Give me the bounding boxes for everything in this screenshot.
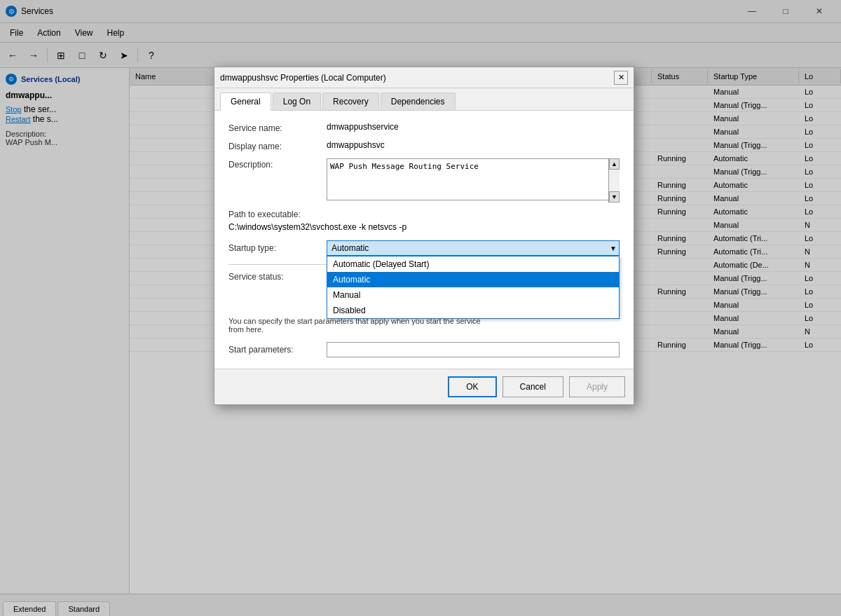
option-automatic-delayed[interactable]: Automatic (Delayed Start) xyxy=(327,256,619,272)
display-name-label: Display name: xyxy=(228,140,327,151)
display-name-value: dmwappushsvc xyxy=(327,140,385,150)
startup-row: Startup type: Automatic ▼ Automatic (Del… xyxy=(228,240,620,256)
cancel-button[interactable]: Cancel xyxy=(502,376,563,397)
tab-general[interactable]: General xyxy=(220,93,271,111)
startup-selected-value: Automatic xyxy=(331,243,369,253)
ok-button[interactable]: OK xyxy=(448,376,496,397)
description-container: ▲ ▼ xyxy=(327,158,620,203)
modal-overlay: dmwappushsvc Properties (Local Computer)… xyxy=(0,0,841,616)
tab-dependencies[interactable]: Dependencies xyxy=(381,93,456,110)
modal-footer: OK Cancel Apply xyxy=(214,369,634,404)
modal-close-button[interactable]: ✕ xyxy=(614,71,628,85)
startup-dropdown-list: Automatic (Delayed Start) Automatic Manu… xyxy=(327,256,620,319)
start-params-input[interactable] xyxy=(327,342,620,357)
option-disabled[interactable]: Disabled xyxy=(327,303,619,318)
path-value: C:\windows\system32\svchost.exe -k netsv… xyxy=(228,222,620,232)
dropdown-arrow-icon: ▼ xyxy=(610,245,617,252)
option-automatic[interactable]: Automatic xyxy=(327,272,619,287)
properties-dialog: dmwappushsvc Properties (Local Computer)… xyxy=(214,67,634,405)
description-scrollbar: ▲ ▼ xyxy=(608,158,620,203)
scroll-down-arrow[interactable]: ▼ xyxy=(609,191,620,203)
modal-title: dmwappushsvc Properties (Local Computer) xyxy=(220,73,614,83)
apply-button[interactable]: Apply xyxy=(569,376,625,397)
startup-label: Startup type: xyxy=(228,243,327,253)
modal-title-bar: dmwappushsvc Properties (Local Computer)… xyxy=(214,67,634,88)
description-textarea[interactable] xyxy=(327,158,620,200)
path-label: Path to executable: xyxy=(228,210,620,219)
hint-text: You can specify the start parameters tha… xyxy=(228,317,620,334)
service-name-row: Service name: dmwappushservice xyxy=(228,122,620,133)
service-name-value: dmwappushservice xyxy=(327,122,399,132)
startup-dropdown-container: Automatic ▼ Automatic (Delayed Start) Au… xyxy=(327,240,620,256)
start-params-row: Start parameters: xyxy=(228,342,620,357)
description-row: Description: ▲ ▼ xyxy=(228,158,620,203)
start-params-label: Start parameters: xyxy=(228,345,327,355)
scroll-up-arrow[interactable]: ▲ xyxy=(609,158,620,170)
service-name-label: Service name: xyxy=(228,122,327,133)
startup-dropdown[interactable]: Automatic ▼ xyxy=(327,240,620,256)
startup-section: Startup type: Automatic ▼ Automatic (Del… xyxy=(228,240,620,256)
modal-body: Service name: dmwappushservice Display n… xyxy=(214,111,634,369)
display-name-row: Display name: dmwappushsvc xyxy=(228,140,620,151)
tab-recovery[interactable]: Recovery xyxy=(322,93,379,110)
description-label: Description: xyxy=(228,158,327,170)
service-status-label: Service status: xyxy=(228,272,327,282)
modal-tab-bar: General Log On Recovery Dependencies xyxy=(214,88,634,111)
option-manual[interactable]: Manual xyxy=(327,287,619,303)
tab-logon[interactable]: Log On xyxy=(273,93,321,110)
path-section: Path to executable: C:\windows\system32\… xyxy=(228,210,620,232)
